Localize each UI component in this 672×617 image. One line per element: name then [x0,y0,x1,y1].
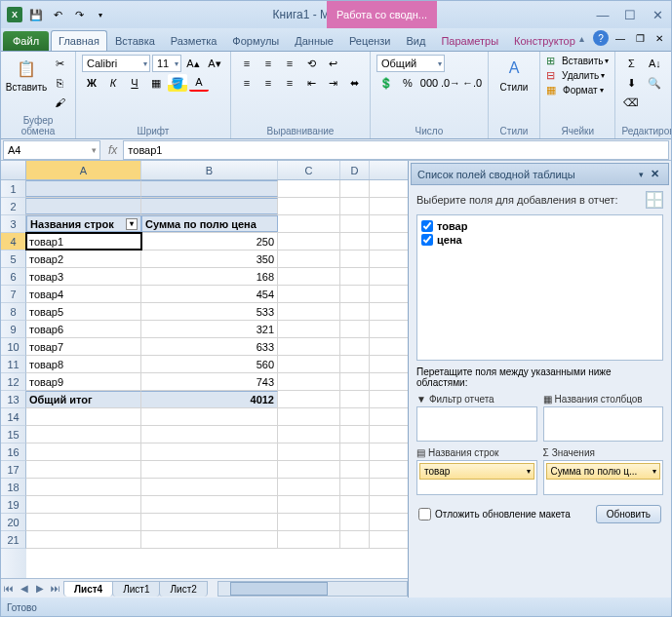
cell[interactable] [340,268,370,285]
cell[interactable] [278,391,340,407]
cell[interactable] [340,391,370,407]
cell[interactable] [278,198,340,214]
cell[interactable] [26,198,141,214]
column-header[interactable]: B [141,161,278,179]
cell[interactable] [340,215,370,232]
tab-data[interactable]: Данные [287,30,341,51]
align-center-icon[interactable]: ≡ [258,74,278,92]
excel-icon[interactable]: X [5,5,24,24]
cell[interactable] [278,251,340,267]
cell[interactable]: 743 [141,373,278,390]
cell[interactable] [278,321,340,337]
cell[interactable]: товар9 [26,373,141,390]
row-header[interactable]: 12 [1,373,26,391]
tab-view[interactable]: Вид [399,30,434,51]
cell[interactable] [340,233,370,250]
cell[interactable]: 4012 [141,391,278,407]
close-button[interactable]: ✕ [644,5,671,24]
cell[interactable] [340,303,370,320]
cell[interactable] [278,514,340,530]
cell[interactable] [141,479,278,495]
shrink-font-icon[interactable]: A▾ [205,55,224,72]
cut-icon[interactable]: ✂ [50,55,69,72]
italic-button[interactable]: К [103,74,123,92]
align-bottom-icon[interactable]: ≡ [280,55,299,72]
cell[interactable]: товар7 [26,338,141,355]
select-all-corner[interactable] [1,161,26,179]
cell[interactable] [278,303,340,320]
cell[interactable] [278,496,340,513]
font-size-combo[interactable]: 11 [152,55,181,72]
cell[interactable]: товар8 [26,356,141,372]
formula-input[interactable]: товар1 [123,140,669,160]
cell[interactable] [278,215,340,232]
font-color-icon[interactable]: A [189,74,209,92]
row-header[interactable]: 7 [1,286,26,303]
autosum-icon[interactable]: Σ [621,55,641,72]
cell[interactable] [26,180,141,197]
cell[interactable] [141,198,278,214]
cell[interactable]: товар3 [26,268,141,285]
row-header[interactable]: 20 [1,514,26,531]
row-header[interactable]: 8 [1,303,26,321]
minimize-ribbon-icon[interactable]: ▴ [573,30,589,46]
cell[interactable] [278,479,340,495]
cell[interactable]: Названия строк▾ [26,215,141,232]
pivot-row-dropdown-icon[interactable]: ▾ [126,218,138,230]
row-header[interactable]: 15 [1,426,26,443]
format-painter-icon[interactable]: 🖌 [50,94,69,111]
sheet-tab-active[interactable]: Лист4 [63,581,113,597]
row-header[interactable]: 21 [1,531,26,549]
cell[interactable] [141,408,278,425]
cell[interactable] [26,496,141,513]
percent-icon[interactable]: % [398,74,417,92]
row-header[interactable]: 16 [1,443,26,461]
decrease-decimal-icon[interactable]: ←.0 [462,74,482,92]
currency-icon[interactable]: 💲 [376,74,396,92]
font-name-combo[interactable]: Calibri [82,55,150,72]
redo-icon[interactable]: ↷ [69,5,89,24]
clear-icon[interactable]: ⌫ [621,94,641,111]
decrease-indent-icon[interactable]: ⇤ [301,74,321,92]
field-item[interactable]: товар [421,219,658,233]
sheet-last-icon[interactable]: ⏭ [48,583,63,594]
increase-decimal-icon[interactable]: .0→ [441,74,460,92]
cell[interactable] [278,461,340,478]
area-filter-drop[interactable] [416,406,537,442]
cell[interactable] [340,461,370,478]
fill-icon[interactable]: ⬇ [621,74,641,92]
cells-area[interactable]: Названия строк▾Сумма по полю ценатовар12… [26,180,408,578]
cell[interactable] [340,286,370,302]
cell[interactable] [26,426,141,443]
area-values-drop[interactable]: Сумма по полю ц... [543,460,664,495]
cell[interactable] [26,408,141,425]
cell[interactable] [340,531,370,548]
field-checkbox[interactable] [421,234,433,246]
align-middle-icon[interactable]: ≡ [258,55,278,72]
tab-options[interactable]: Параметры [433,30,506,51]
cell[interactable] [340,443,370,460]
cell[interactable] [26,443,141,460]
sheet-next-icon[interactable]: ▶ [32,583,48,594]
tab-insert[interactable]: Вставка [107,30,163,51]
row-header[interactable]: 17 [1,461,26,479]
tab-home[interactable]: Главная [51,30,107,51]
sheet-first-icon[interactable]: ⏮ [1,583,17,594]
cell[interactable] [141,180,278,197]
cell[interactable] [141,514,278,530]
column-header[interactable]: C [278,161,340,179]
tab-review[interactable]: Рецензи [341,30,399,51]
task-pane-dropdown-icon[interactable]: ▾ [635,170,648,179]
styles-button[interactable]: A Стили [494,55,534,95]
undo-icon[interactable]: ↶ [48,5,67,24]
tab-layout[interactable]: Разметка [163,30,225,51]
row-header[interactable]: 4 [1,233,26,251]
cell[interactable]: Сумма по полю цена [141,215,278,232]
cell[interactable] [340,338,370,355]
file-tab[interactable]: Файл [3,31,49,51]
cell[interactable] [340,479,370,495]
cell[interactable] [141,426,278,443]
cell[interactable] [340,496,370,513]
area-rows-drop[interactable]: товар [416,460,537,495]
fx-icon[interactable]: fx [102,143,123,157]
